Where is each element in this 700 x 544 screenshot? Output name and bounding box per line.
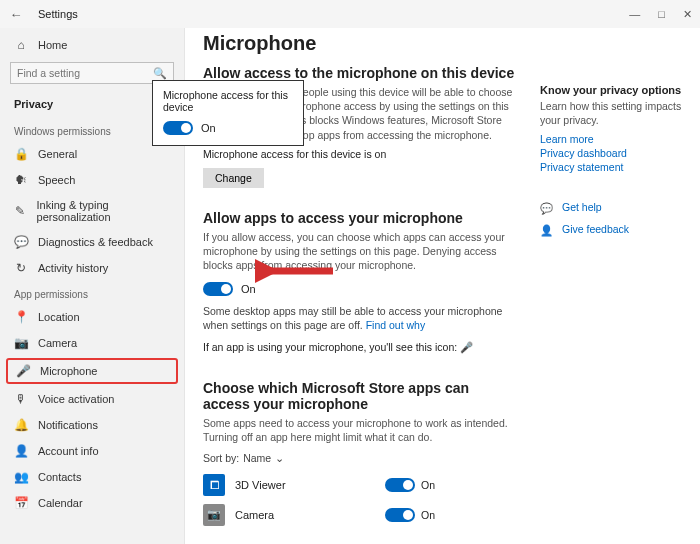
find-out-why-link[interactable]: Find out why [366,319,426,331]
sidebar-item-calendar[interactable]: 📅Calendar [0,490,184,516]
rp-desc: Learn how this setting impacts your priv… [540,100,690,127]
app-name: Camera [235,509,375,521]
sort-label: Sort by: [203,452,239,464]
sidebar-label: Location [38,311,80,323]
sidebar-label: Home [38,39,67,51]
sidebar-item-contacts[interactable]: 👥Contacts [0,464,184,490]
minimize-button[interactable]: — [629,8,640,21]
search-icon: 🔍 [153,67,167,80]
calendar-icon: 📅 [14,496,28,510]
give-feedback-link[interactable]: 👤Give feedback [540,223,690,237]
sidebar-item-camera[interactable]: 📷Camera [0,330,184,356]
window-title: Settings [38,8,78,20]
app-icon-camera: 📷 [203,504,225,526]
sidebar-item-location[interactable]: 📍Location [0,304,184,330]
sidebar-group-appperms: App permissions [0,281,184,304]
app-row-camera: 📷 Camera On [203,500,682,530]
sidebar-label: Speech [38,174,75,186]
sidebar-label: Microphone [40,365,97,377]
sidebar-label: Notifications [38,419,98,431]
desktop-apps-note: Some desktop apps may still be able to a… [203,304,513,332]
app-name: 3D Viewer [235,479,375,491]
feedback-icon: 💬 [14,235,28,249]
sidebar-item-diagnostics[interactable]: 💬Diagnostics & feedback [0,229,184,255]
help-icon: 💬 [540,202,554,215]
page-title: Microphone [203,32,682,55]
link-privacy-dashboard[interactable]: Privacy dashboard [540,147,690,159]
bell-icon: 🔔 [14,418,28,432]
close-button[interactable]: ✕ [683,8,692,21]
section3-title: Choose which Microsoft Store apps can ac… [203,380,513,412]
sort-value: Name [243,452,271,464]
device-access-toggle[interactable] [163,121,193,135]
sidebar-item-account[interactable]: 👤Account info [0,438,184,464]
section2-desc: If you allow access, you can choose whic… [203,230,513,273]
app-toggle-3dviewer[interactable] [385,478,415,492]
window-controls: — □ ✕ [629,8,692,21]
sidebar-item-voice[interactable]: 🎙Voice activation [0,386,184,412]
mic-inuse-icon: 🎤 [460,341,473,353]
link-label: Get help [562,201,602,213]
toggle-state: On [241,283,256,295]
annotation-arrow-2 [255,258,335,284]
camera-icon: 📷 [14,336,28,350]
sidebar-label: Account info [38,445,99,457]
chevron-down-icon: ⌄ [275,452,284,464]
sidebar-item-inking[interactable]: ✎Inking & typing personalization [0,193,184,229]
section3-desc: Some apps need to access your microphone… [203,416,513,444]
microphone-icon: 🎤 [16,364,30,378]
apps-access-toggle[interactable] [203,282,233,296]
section2-toggle-row: On [203,282,682,296]
maximize-button[interactable]: □ [658,8,665,21]
search-input[interactable] [17,67,153,79]
toggle-state: On [201,122,216,134]
section1-title: Allow access to the microphone on this d… [203,65,682,81]
rp-title: Know your privacy options [540,84,690,96]
sidebar-item-activity[interactable]: ↻Activity history [0,255,184,281]
link-privacy-statement[interactable]: Privacy statement [540,161,690,173]
sidebar-label: Diagnostics & feedback [38,236,153,248]
sidebar-item-home[interactable]: ⌂ Home [0,32,184,58]
toggle-state: On [421,479,435,491]
account-icon: 👤 [14,444,28,458]
home-icon: ⌂ [14,38,28,52]
contacts-icon: 👥 [14,470,28,484]
titlebar: ← Settings — □ ✕ [0,0,700,28]
sidebar-label: Camera [38,337,77,349]
get-help-link[interactable]: 💬Get help [540,201,690,215]
sidebar-item-microphone[interactable]: 🎤Microphone [6,358,178,384]
mic-access-popup: Microphone access for this device On [152,80,304,146]
search-box[interactable]: 🔍 [10,62,174,84]
app-toggle-camera[interactable] [385,508,415,522]
location-icon: 📍 [14,310,28,324]
sidebar-item-speech[interactable]: 🗣Speech [0,167,184,193]
voice-icon: 🎙 [14,392,28,406]
link-label: Give feedback [562,223,629,235]
sidebar-label: Voice activation [38,393,114,405]
feedback-icon: 👤 [540,224,554,237]
back-button[interactable]: ← [8,7,24,22]
lock-icon: 🔒 [14,147,28,161]
app-icon-3dviewer: ⧠ [203,474,225,496]
right-pane: Know your privacy options Learn how this… [540,84,690,245]
popup-title: Microphone access for this device [163,89,293,113]
pen-icon: ✎ [14,204,27,218]
sidebar-label: Calendar [38,497,83,509]
app-row-3dviewer: ⧠ 3D Viewer On [203,470,682,500]
sidebar-item-notifications[interactable]: 🔔Notifications [0,412,184,438]
sidebar-label: Contacts [38,471,81,483]
link-learn-more[interactable]: Learn more [540,133,690,145]
sidebar-label: Activity history [38,262,108,274]
change-button[interactable]: Change [203,168,264,188]
sidebar-label: General [38,148,77,160]
toggle-state: On [421,509,435,521]
sidebar-label: Inking & typing personalization [37,199,170,223]
sort-row[interactable]: Sort by: Name ⌄ [203,452,682,464]
mic-icon-line: If an app is using your microphone, you'… [203,341,682,354]
history-icon: ↻ [14,261,28,275]
speech-icon: 🗣 [14,173,28,187]
